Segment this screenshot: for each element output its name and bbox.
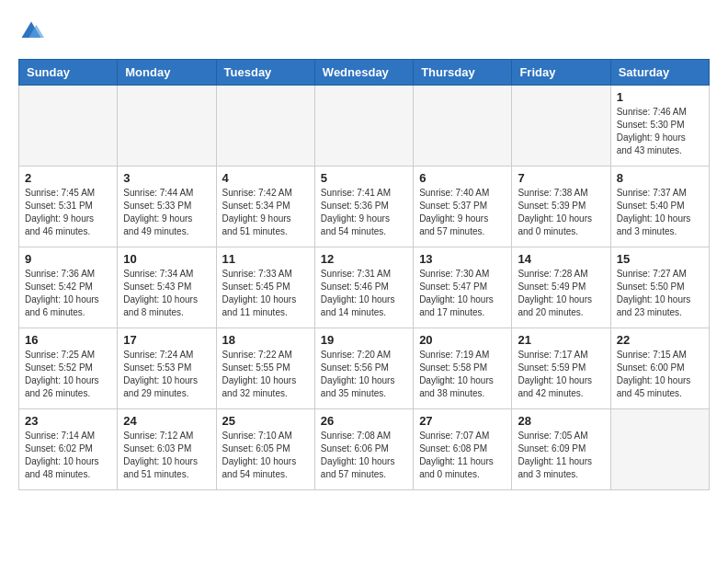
day-info: Sunrise: 7:20 AM Sunset: 5:56 PM Dayligh… bbox=[321, 349, 407, 400]
day-info: Sunrise: 7:17 AM Sunset: 5:59 PM Dayligh… bbox=[518, 349, 604, 400]
week-row-4: 16Sunrise: 7:25 AM Sunset: 5:52 PM Dayli… bbox=[19, 328, 710, 409]
day-info: Sunrise: 7:15 AM Sunset: 6:00 PM Dayligh… bbox=[617, 349, 703, 400]
logo-icon bbox=[18, 18, 44, 44]
calendar-cell: 27Sunrise: 7:07 AM Sunset: 6:08 PM Dayli… bbox=[414, 409, 512, 490]
calendar-cell: 9Sunrise: 7:36 AM Sunset: 5:42 PM Daylig… bbox=[19, 247, 118, 328]
day-number: 27 bbox=[419, 414, 506, 428]
calendar-cell: 15Sunrise: 7:27 AM Sunset: 5:50 PM Dayli… bbox=[610, 247, 709, 328]
calendar-cell: 24Sunrise: 7:12 AM Sunset: 6:03 PM Dayli… bbox=[118, 409, 216, 490]
calendar-cell: 21Sunrise: 7:17 AM Sunset: 5:59 PM Dayli… bbox=[512, 328, 610, 409]
day-info: Sunrise: 7:36 AM Sunset: 5:42 PM Dayligh… bbox=[25, 268, 111, 319]
calendar-cell: 3Sunrise: 7:44 AM Sunset: 5:33 PM Daylig… bbox=[118, 167, 216, 247]
day-info: Sunrise: 7:05 AM Sunset: 6:09 PM Dayligh… bbox=[518, 430, 604, 481]
calendar-cell: 19Sunrise: 7:20 AM Sunset: 5:56 PM Dayli… bbox=[314, 328, 413, 409]
weekday-header-sunday: Sunday bbox=[19, 60, 118, 86]
day-number: 22 bbox=[617, 333, 703, 347]
day-info: Sunrise: 7:37 AM Sunset: 5:40 PM Dayligh… bbox=[617, 187, 703, 238]
day-number: 16 bbox=[25, 333, 111, 347]
day-number: 1 bbox=[617, 90, 703, 104]
logo bbox=[18, 18, 48, 44]
calendar-cell: 22Sunrise: 7:15 AM Sunset: 6:00 PM Dayli… bbox=[610, 328, 709, 409]
day-number: 7 bbox=[518, 171, 604, 185]
day-info: Sunrise: 7:10 AM Sunset: 6:05 PM Dayligh… bbox=[222, 430, 309, 481]
day-info: Sunrise: 7:45 AM Sunset: 5:31 PM Dayligh… bbox=[25, 187, 111, 238]
day-info: Sunrise: 7:19 AM Sunset: 5:58 PM Dayligh… bbox=[419, 349, 506, 400]
day-number: 8 bbox=[617, 171, 703, 185]
day-info: Sunrise: 7:38 AM Sunset: 5:39 PM Dayligh… bbox=[518, 187, 604, 238]
calendar-cell: 16Sunrise: 7:25 AM Sunset: 5:52 PM Dayli… bbox=[19, 328, 118, 409]
day-number: 6 bbox=[419, 171, 506, 185]
day-info: Sunrise: 7:30 AM Sunset: 5:47 PM Dayligh… bbox=[419, 268, 506, 319]
calendar-cell bbox=[610, 409, 709, 490]
day-info: Sunrise: 7:08 AM Sunset: 6:06 PM Dayligh… bbox=[321, 430, 407, 481]
calendar-cell: 8Sunrise: 7:37 AM Sunset: 5:40 PM Daylig… bbox=[610, 167, 709, 247]
weekday-header-saturday: Saturday bbox=[610, 60, 709, 86]
week-row-3: 9Sunrise: 7:36 AM Sunset: 5:42 PM Daylig… bbox=[19, 247, 710, 328]
day-number: 23 bbox=[25, 414, 111, 428]
calendar-cell: 17Sunrise: 7:24 AM Sunset: 5:53 PM Dayli… bbox=[118, 328, 216, 409]
day-info: Sunrise: 7:33 AM Sunset: 5:45 PM Dayligh… bbox=[222, 268, 309, 319]
day-info: Sunrise: 7:28 AM Sunset: 5:49 PM Dayligh… bbox=[518, 268, 604, 319]
calendar-header-row: SundayMondayTuesdayWednesdayThursdayFrid… bbox=[19, 60, 710, 86]
day-number: 28 bbox=[518, 414, 604, 428]
day-info: Sunrise: 7:42 AM Sunset: 5:34 PM Dayligh… bbox=[222, 187, 309, 238]
day-info: Sunrise: 7:27 AM Sunset: 5:50 PM Dayligh… bbox=[617, 268, 703, 319]
day-number: 2 bbox=[25, 171, 111, 185]
calendar-cell: 5Sunrise: 7:41 AM Sunset: 5:36 PM Daylig… bbox=[314, 167, 413, 247]
week-row-2: 2Sunrise: 7:45 AM Sunset: 5:31 PM Daylig… bbox=[19, 167, 710, 247]
day-info: Sunrise: 7:14 AM Sunset: 6:02 PM Dayligh… bbox=[25, 430, 111, 481]
week-row-1: 1Sunrise: 7:46 AM Sunset: 5:30 PM Daylig… bbox=[19, 86, 710, 167]
day-info: Sunrise: 7:44 AM Sunset: 5:33 PM Dayligh… bbox=[123, 187, 210, 238]
calendar-cell: 4Sunrise: 7:42 AM Sunset: 5:34 PM Daylig… bbox=[216, 167, 314, 247]
calendar-cell bbox=[314, 86, 413, 167]
weekday-header-thursday: Thursday bbox=[414, 60, 512, 86]
calendar-cell: 28Sunrise: 7:05 AM Sunset: 6:09 PM Dayli… bbox=[512, 409, 610, 490]
day-info: Sunrise: 7:07 AM Sunset: 6:08 PM Dayligh… bbox=[419, 430, 506, 481]
calendar-table: SundayMondayTuesdayWednesdayThursdayFrid… bbox=[18, 59, 710, 490]
day-number: 10 bbox=[123, 252, 210, 266]
day-number: 5 bbox=[321, 171, 407, 185]
weekday-header-friday: Friday bbox=[512, 60, 610, 86]
calendar-cell: 11Sunrise: 7:33 AM Sunset: 5:45 PM Dayli… bbox=[216, 247, 314, 328]
calendar-cell: 7Sunrise: 7:38 AM Sunset: 5:39 PM Daylig… bbox=[512, 167, 610, 247]
day-info: Sunrise: 7:25 AM Sunset: 5:52 PM Dayligh… bbox=[25, 349, 111, 400]
day-info: Sunrise: 7:46 AM Sunset: 5:30 PM Dayligh… bbox=[617, 106, 703, 157]
calendar-cell: 23Sunrise: 7:14 AM Sunset: 6:02 PM Dayli… bbox=[19, 409, 118, 490]
day-number: 9 bbox=[25, 252, 111, 266]
calendar-cell: 2Sunrise: 7:45 AM Sunset: 5:31 PM Daylig… bbox=[19, 167, 118, 247]
day-number: 12 bbox=[321, 252, 407, 266]
weekday-header-monday: Monday bbox=[118, 60, 216, 86]
week-row-5: 23Sunrise: 7:14 AM Sunset: 6:02 PM Dayli… bbox=[19, 409, 710, 490]
day-info: Sunrise: 7:22 AM Sunset: 5:55 PM Dayligh… bbox=[222, 349, 309, 400]
calendar-cell: 6Sunrise: 7:40 AM Sunset: 5:37 PM Daylig… bbox=[414, 167, 512, 247]
weekday-header-wednesday: Wednesday bbox=[314, 60, 413, 86]
day-number: 4 bbox=[222, 171, 309, 185]
calendar-cell: 1Sunrise: 7:46 AM Sunset: 5:30 PM Daylig… bbox=[610, 86, 709, 167]
calendar-cell bbox=[118, 86, 216, 167]
day-number: 3 bbox=[123, 171, 210, 185]
calendar-cell bbox=[19, 86, 118, 167]
calendar-cell: 14Sunrise: 7:28 AM Sunset: 5:49 PM Dayli… bbox=[512, 247, 610, 328]
day-info: Sunrise: 7:12 AM Sunset: 6:03 PM Dayligh… bbox=[123, 430, 210, 481]
page-header bbox=[18, 18, 710, 44]
day-number: 18 bbox=[222, 333, 309, 347]
day-info: Sunrise: 7:34 AM Sunset: 5:43 PM Dayligh… bbox=[123, 268, 210, 319]
day-info: Sunrise: 7:40 AM Sunset: 5:37 PM Dayligh… bbox=[419, 187, 506, 238]
day-info: Sunrise: 7:24 AM Sunset: 5:53 PM Dayligh… bbox=[123, 349, 210, 400]
day-number: 14 bbox=[518, 252, 604, 266]
day-info: Sunrise: 7:41 AM Sunset: 5:36 PM Dayligh… bbox=[321, 187, 407, 238]
calendar-cell: 20Sunrise: 7:19 AM Sunset: 5:58 PM Dayli… bbox=[414, 328, 512, 409]
day-number: 13 bbox=[419, 252, 506, 266]
day-number: 24 bbox=[123, 414, 210, 428]
calendar-body: 1Sunrise: 7:46 AM Sunset: 5:30 PM Daylig… bbox=[19, 86, 710, 490]
calendar-cell bbox=[216, 86, 314, 167]
day-number: 19 bbox=[321, 333, 407, 347]
day-info: Sunrise: 7:31 AM Sunset: 5:46 PM Dayligh… bbox=[321, 268, 407, 319]
calendar-cell: 25Sunrise: 7:10 AM Sunset: 6:05 PM Dayli… bbox=[216, 409, 314, 490]
day-number: 26 bbox=[321, 414, 407, 428]
calendar-cell: 18Sunrise: 7:22 AM Sunset: 5:55 PM Dayli… bbox=[216, 328, 314, 409]
calendar-cell: 12Sunrise: 7:31 AM Sunset: 5:46 PM Dayli… bbox=[314, 247, 413, 328]
day-number: 25 bbox=[222, 414, 309, 428]
calendar-cell: 10Sunrise: 7:34 AM Sunset: 5:43 PM Dayli… bbox=[118, 247, 216, 328]
day-number: 17 bbox=[123, 333, 210, 347]
